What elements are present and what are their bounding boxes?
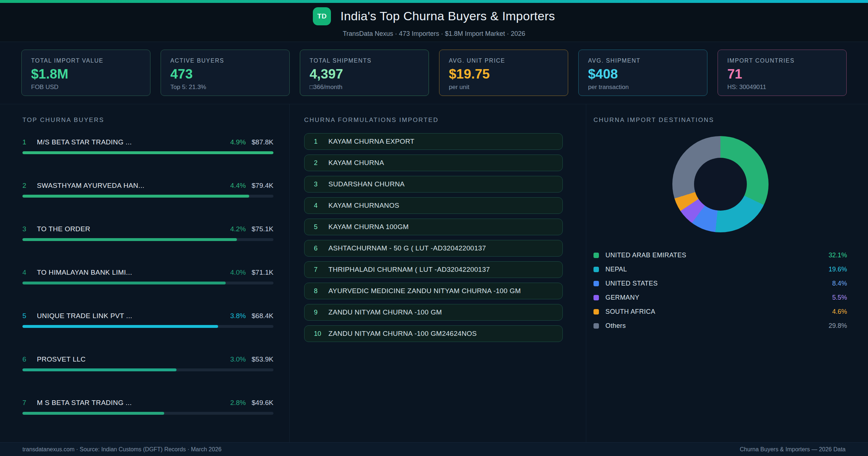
kpi-card: TOTAL IMPORT VALUE $1.8M FOB USD <box>21 50 150 96</box>
formulation-name: KAYAM CHURNANOS <box>328 202 399 210</box>
buyer-name: PROSVET LLC <box>37 355 230 363</box>
main-content: TOP CHURNA BUYERS 1 M/S BETA STAR TRADIN… <box>0 104 868 442</box>
kpi-value: $408 <box>588 67 698 81</box>
footer-source: transdatanexus.com · Source: Indian Cust… <box>22 446 221 453</box>
kpi-label: AVG. SHIPMENT <box>588 58 698 64</box>
buyer-value: $49.6K <box>252 399 273 407</box>
buyer-share-pct: 2.8% <box>230 399 246 407</box>
formulation-name: THRIPHALADI CHURNAM ( LUT -AD32042200137 <box>328 266 490 274</box>
buyer-bar-track <box>22 238 273 241</box>
destinations-title: CHURNA IMPORT DESTINATIONS <box>593 117 847 124</box>
formulation-name: KAYAM CHURNA <box>328 159 384 167</box>
formulation-item: 1 KAYAM CHURNA EXPORT <box>304 133 563 150</box>
donut-chart <box>672 136 769 232</box>
formulation-rank: 10 <box>314 330 328 338</box>
destinations-legend: UNITED ARAB EMIRATES 32.1% NEPAL 19.6% U… <box>593 248 847 333</box>
legend-label: SOUTH AFRICA <box>605 308 832 316</box>
buyer-row: 2 SWASTHYAM AYURVEDA HAN... 4.4% $79.4K <box>22 182 273 198</box>
buyer-value: $75.1K <box>252 225 273 233</box>
formulation-name: ZANDU NITYAM CHURNA -100 GM24624NOS <box>328 330 477 338</box>
kpi-card: ACTIVE BUYERS 473 Top 5: 21.3% <box>161 50 290 96</box>
kpi-label: ACTIVE BUYERS <box>170 58 280 64</box>
formulation-item: 2 KAYAM CHURNA <box>304 155 563 171</box>
kpi-sub: □366/month <box>310 84 419 91</box>
legend-item: Others 29.8% <box>593 319 847 333</box>
kpi-card: TOTAL SHIPMENTS 4,397 □366/month <box>300 50 429 96</box>
legend-label: NEPAL <box>605 266 829 273</box>
kpi-value: $19.75 <box>449 67 558 81</box>
buyer-share-pct: 4.9% <box>230 138 246 146</box>
buyer-head: 2 SWASTHYAM AYURVEDA HAN... 4.4% $79.4K <box>22 182 273 190</box>
formulation-rank: 4 <box>314 202 328 210</box>
legend-label: Others <box>605 322 829 330</box>
legend-pct: 32.1% <box>829 252 847 259</box>
legend-pct: 29.8% <box>829 322 847 330</box>
legend-swatch <box>593 281 599 286</box>
formulations-list: 1 KAYAM CHURNA EXPORT 2 KAYAM CHURNA 3 S… <box>304 133 563 342</box>
buyer-value: $87.8K <box>252 138 273 146</box>
kpi-sub: per transaction <box>588 84 698 91</box>
kpi-sub: per unit <box>449 84 558 91</box>
kpi-label: TOTAL SHIPMENTS <box>310 58 419 64</box>
formulation-item: 7 THRIPHALADI CHURNAM ( LUT -AD320422001… <box>304 261 563 278</box>
formulation-rank: 6 <box>314 245 328 252</box>
legend-swatch <box>593 253 599 258</box>
kpi-value: 473 <box>170 67 280 81</box>
legend-pct: 19.6% <box>829 266 847 273</box>
formulation-item: 6 ASHTACHURNAM - 50 G ( LUT -AD320422001… <box>304 240 563 257</box>
panel-formulations: CHURNA FORMULATIONS IMPORTED 1 KAYAM CHU… <box>289 104 586 442</box>
buyer-bar-fill <box>22 368 176 371</box>
buyer-name: M S BETA STAR TRADING ... <box>37 399 230 407</box>
formulation-rank: 2 <box>314 159 328 167</box>
panel-top-buyers: TOP CHURNA BUYERS 1 M/S BETA STAR TRADIN… <box>0 104 289 442</box>
formulation-rank: 7 <box>314 266 328 274</box>
formulation-rank: 3 <box>314 181 328 188</box>
buyer-row: 7 M S BETA STAR TRADING ... 2.8% $49.6K <box>22 399 273 415</box>
buyer-rank: 2 <box>22 182 37 190</box>
buyer-rank: 7 <box>22 399 37 407</box>
top-accent-bar <box>0 0 868 3</box>
kpi-card: AVG. UNIT PRICE $19.75 per unit <box>439 50 568 96</box>
buyer-row: 5 UNIQUE TRADE LINK PVT ... 3.8% $68.4K <box>22 312 273 328</box>
formulation-rank: 1 <box>314 138 328 145</box>
legend-pct: 4.6% <box>832 308 847 316</box>
legend-item: UNITED STATES 8.4% <box>593 276 847 291</box>
formulation-rank: 5 <box>314 223 328 231</box>
buyer-bar-fill <box>22 325 218 328</box>
formulation-item: 3 SUDARSHAN CHURNA <box>304 176 563 193</box>
buyer-head: 1 M/S BETA STAR TRADING ... 4.9% $87.8K <box>22 138 273 146</box>
formulation-rank: 9 <box>314 309 328 316</box>
legend-item: GERMANY 5.5% <box>593 291 847 305</box>
kpi-label: TOTAL IMPORT VALUE <box>31 58 141 64</box>
legend-label: UNITED ARAB EMIRATES <box>605 252 829 259</box>
legend-label: UNITED STATES <box>605 280 832 287</box>
buyer-head: 7 M S BETA STAR TRADING ... 2.8% $49.6K <box>22 399 273 407</box>
top-buyers-title: TOP CHURNA BUYERS <box>22 117 273 124</box>
kpi-label: AVG. UNIT PRICE <box>449 58 558 64</box>
legend-pct: 5.5% <box>832 294 847 301</box>
kpi-row: TOTAL IMPORT VALUE $1.8M FOB USD ACTIVE … <box>0 42 868 104</box>
panel-destinations: CHURNA IMPORT DESTINATIONS UNITED ARAB E… <box>586 104 868 442</box>
buyer-row: 1 M/S BETA STAR TRADING ... 4.9% $87.8K <box>22 138 273 154</box>
legend-swatch <box>593 323 599 329</box>
formulation-item: 10 ZANDU NITYAM CHURNA -100 GM24624NOS <box>304 325 563 342</box>
buyer-rank: 6 <box>22 355 37 363</box>
formulation-name: KAYAM CHURNA 100GM <box>328 223 409 231</box>
formulation-name: ASHTACHURNAM - 50 G ( LUT -AD32042200137 <box>328 244 486 252</box>
formulation-rank: 8 <box>314 287 328 295</box>
buyer-share-pct: 4.0% <box>230 269 246 276</box>
brand-logo: TD <box>313 7 331 25</box>
page-title: India's Top Churna Buyers & Importers <box>340 9 555 23</box>
legend-item: SOUTH AFRICA 4.6% <box>593 305 847 319</box>
footer-note: Churna Buyers & Importers — 2026 Data <box>740 446 846 453</box>
buyer-bar-track <box>22 151 273 154</box>
buyer-name: TO THE ORDER <box>37 225 230 233</box>
kpi-sub: HS: 30049011 <box>727 84 837 91</box>
header: TD India's Top Churna Buyers & Importers… <box>0 3 868 42</box>
legend-pct: 8.4% <box>832 280 847 287</box>
kpi-label: IMPORT COUNTRIES <box>727 58 837 64</box>
kpi-value: 4,397 <box>310 67 419 81</box>
formulation-item: 9 ZANDU NITYAM CHURNA -100 GM <box>304 304 563 321</box>
buyer-row: 3 TO THE ORDER 4.2% $75.1K <box>22 225 273 241</box>
buyer-bar-fill <box>22 195 249 198</box>
